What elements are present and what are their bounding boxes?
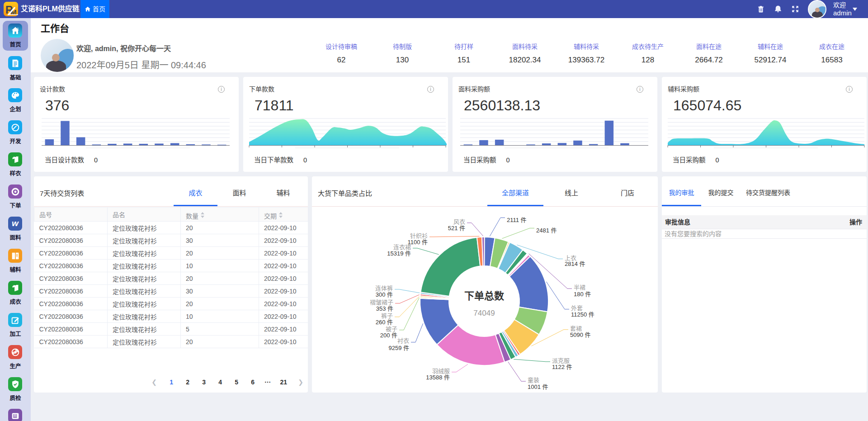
svg-text:521 件: 521 件 [448,225,465,232]
svg-text:下单总数: 下单总数 [464,290,505,302]
svg-text:9259 件: 9259 件 [388,345,409,351]
svg-text:套裙: 套裙 [570,325,582,332]
svg-text:连体裤: 连体裤 [375,285,393,292]
svg-text:衬衣: 衬衣 [397,337,409,344]
svg-text:260 件: 260 件 [376,319,393,326]
svg-text:童装: 童装 [528,377,539,383]
svg-text:羽绒服: 羽绒服 [432,368,450,374]
svg-text:被子: 被子 [386,326,397,332]
svg-text:1001 件: 1001 件 [528,383,548,390]
svg-text:1100 件: 1100 件 [407,239,428,246]
svg-text:2481 件: 2481 件 [536,227,557,234]
svg-text:裤子: 裤子 [381,312,393,319]
svg-text:200 件: 200 件 [380,332,397,339]
svg-text:半裙: 半裙 [574,284,585,291]
svg-text:74049: 74049 [473,309,495,317]
svg-text:15319 件: 15319 件 [387,250,411,257]
svg-text:2814 件: 2814 件 [565,260,585,267]
svg-text:1122 件: 1122 件 [552,364,572,370]
svg-text:300 件: 300 件 [376,291,393,298]
svg-text:2111 件: 2111 件 [507,217,527,223]
svg-text:褶皱裙子: 褶皱裙子 [370,299,393,306]
svg-text:5090 件: 5090 件 [570,331,591,338]
svg-text:180 件: 180 件 [574,291,591,298]
svg-text:11250 件: 11250 件 [571,311,594,318]
svg-text:针织衫: 针织衫 [410,232,428,239]
svg-text:13588 件: 13588 件 [426,374,450,381]
svg-text:外套: 外套 [571,305,583,312]
svg-text:353 件: 353 件 [376,305,393,312]
svg-text:派克服: 派克服 [552,357,570,364]
svg-text:风衣: 风衣 [453,218,465,225]
